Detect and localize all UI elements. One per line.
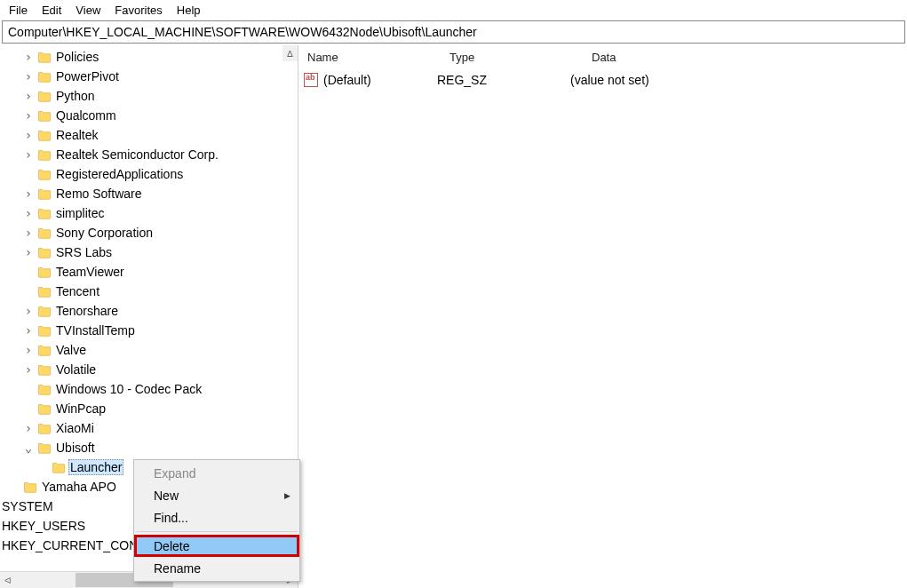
tree-node[interactable]: ›Tenorshare [0, 301, 298, 321]
folder-icon [37, 69, 52, 83]
chevron-right-icon[interactable]: › [21, 246, 36, 258]
tree-node-label: Python [54, 88, 97, 104]
tree-node[interactable]: ·RegisteredApplications [0, 164, 298, 184]
chevron-right-icon[interactable]: › [21, 109, 36, 122]
tree-node-label: Remo Software [54, 186, 143, 202]
tree-twisty-blank: · [21, 402, 36, 415]
context-menu-rename[interactable]: Rename [134, 557, 299, 579]
tree-twisty-blank: · [36, 461, 50, 473]
chevron-right-icon[interactable]: › [21, 187, 36, 200]
menu-file[interactable]: File [2, 2, 35, 19]
tree-twisty-blank: · [21, 383, 36, 395]
chevron-right-icon[interactable]: › [21, 51, 36, 63]
tree-node[interactable]: ⌄Ubisoft [0, 438, 298, 457]
values-pane: Name Type Data (Default) REG_SZ (value n… [298, 45, 907, 588]
address-bar[interactable]: Computer\HKEY_LOCAL_MACHINE\SOFTWARE\WOW… [2, 20, 905, 44]
tree-node-label: PowerPivot [54, 68, 121, 84]
folder-icon [37, 284, 52, 298]
tree-node[interactable]: ›Valve [0, 340, 298, 360]
string-value-icon [304, 73, 318, 87]
folder-icon [37, 187, 52, 201]
chevron-right-icon[interactable]: › [21, 129, 36, 141]
tree-node[interactable]: ·Windows 10 - Codec Pack [0, 379, 298, 399]
chevron-down-icon[interactable]: ⌄ [21, 441, 36, 454]
tree-node-label: Yamaha APO [40, 479, 118, 495]
menu-favorites[interactable]: Favorites [107, 2, 169, 19]
value-name: (Default) [323, 73, 437, 87]
chevron-right-icon[interactable]: › [21, 207, 36, 219]
folder-icon [37, 343, 52, 357]
context-menu-expand: Expand [134, 462, 299, 484]
chevron-right-icon[interactable]: › [21, 363, 36, 376]
menubar: File Edit View Favorites Help [0, 0, 907, 20]
value-data: (value not set) [570, 73, 907, 87]
tree-node[interactable]: ·TeamViewer [0, 262, 298, 282]
folder-icon [37, 441, 52, 455]
tree-node[interactable]: ›Qualcomm [0, 106, 298, 125]
chevron-right-icon[interactable]: › [21, 324, 36, 337]
tree-node-label: Ubisoft [54, 440, 97, 456]
tree-node[interactable]: ›Remo Software [0, 184, 298, 203]
folder-icon [37, 50, 52, 64]
scroll-up-button[interactable]: ᐃ [282, 45, 298, 61]
menu-help[interactable]: Help [170, 2, 208, 19]
folder-icon [37, 323, 52, 338]
tree-node-label: Volatile [54, 362, 98, 377]
list-item[interactable]: (Default) REG_SZ (value not set) [298, 70, 907, 90]
tree-node-label: Launcher [68, 459, 123, 475]
chevron-right-icon[interactable]: › [21, 422, 36, 434]
tree-node-label: Qualcomm [54, 107, 118, 123]
tree-node-label: Tencent [54, 283, 101, 299]
folder-icon [37, 362, 52, 377]
chevron-right-icon[interactable]: › [21, 148, 36, 161]
folder-icon [23, 480, 37, 494]
context-menu-find[interactable]: Find... [134, 506, 299, 528]
tree-node[interactable]: ·WinPcap [0, 399, 298, 418]
tree-node-label: WinPcap [54, 401, 107, 417]
context-menu-new[interactable]: New▶ [134, 484, 299, 506]
tree-node[interactable]: ›TVInstallTemp [0, 321, 298, 340]
column-data[interactable]: Data [583, 51, 907, 64]
tree-node[interactable]: ›XiaoMi [0, 418, 298, 438]
tree-node[interactable]: ›simplitec [0, 203, 298, 223]
tree-twisty-blank: · [7, 481, 21, 493]
menu-view[interactable]: View [68, 2, 107, 19]
chevron-right-icon[interactable]: › [21, 305, 36, 317]
tree-node[interactable]: ›Volatile [0, 360, 298, 379]
scroll-left-button[interactable]: ᐊ [0, 572, 16, 588]
column-name[interactable]: Name [298, 51, 441, 64]
chevron-right-icon[interactable]: › [21, 226, 36, 239]
tree-twisty-blank: · [21, 285, 36, 298]
context-menu-separator [136, 531, 298, 532]
tree-node[interactable]: ›Realtek [0, 125, 298, 145]
chevron-right-icon[interactable]: › [21, 90, 36, 102]
tree-node-label: Realtek [54, 127, 99, 143]
tree-node[interactable]: ›Realtek Semiconductor Corp. [0, 145, 298, 164]
tree-node[interactable]: ›Python [0, 86, 298, 106]
folder-icon [37, 89, 52, 103]
chevron-right-icon[interactable]: › [21, 70, 36, 83]
folder-icon [37, 108, 52, 123]
chevron-right-icon[interactable]: › [21, 344, 36, 356]
context-menu-item-label: New [154, 489, 179, 503]
tree-node-label: Valve [54, 342, 88, 358]
tree-node-label: Windows 10 - Codec Pack [54, 381, 203, 397]
context-menu-item-label: Expand [154, 466, 195, 481]
tree-node[interactable]: ·Tencent [0, 282, 298, 301]
tree-node-label: TeamViewer [54, 264, 126, 280]
folder-icon [52, 460, 66, 474]
tree-node[interactable]: ›SRS Labs [0, 242, 298, 262]
folder-icon [37, 167, 52, 181]
column-type[interactable]: Type [441, 51, 583, 64]
tree-node-label: TVInstallTemp [54, 322, 137, 338]
tree-node[interactable]: ›Sony Corporation [0, 223, 298, 242]
values-list[interactable]: (Default) REG_SZ (value not set) [298, 68, 907, 588]
folder-icon [37, 421, 52, 435]
value-type: REG_SZ [437, 73, 570, 87]
tree-node[interactable]: ›Policies [0, 47, 298, 67]
folder-icon [37, 265, 52, 279]
menu-edit[interactable]: Edit [35, 2, 68, 19]
folder-icon [37, 128, 52, 142]
tree-node[interactable]: ›PowerPivot [0, 67, 298, 86]
context-menu-delete[interactable]: Delete [134, 535, 299, 557]
